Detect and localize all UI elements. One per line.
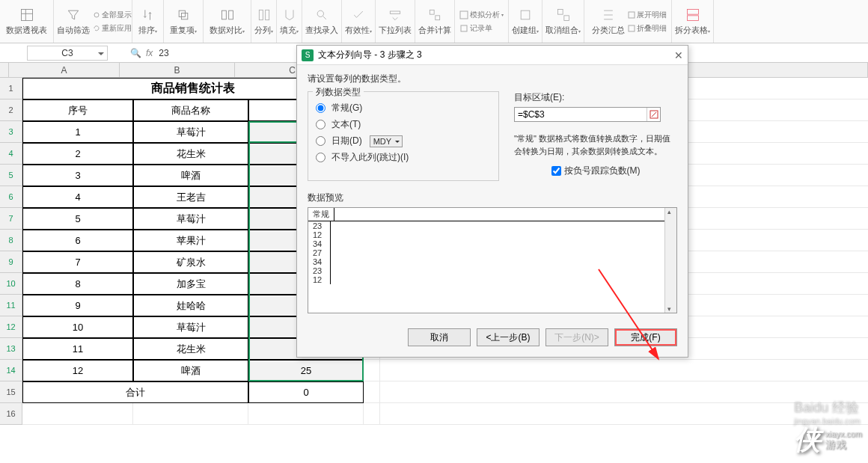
row-header[interactable]: 3	[0, 121, 22, 143]
row-header[interactable]: 14	[0, 360, 22, 381]
select-all-corner[interactable]	[0, 63, 9, 78]
ribbon-lookup[interactable]: 查找录入	[302, 0, 342, 43]
cell[interactable]	[364, 381, 380, 403]
ribbon-show-all[interactable]: 全部显示	[93, 9, 132, 21]
cell[interactable]: 草莓汁	[133, 208, 248, 230]
cell[interactable]: 6	[22, 230, 133, 251]
cell[interactable]	[133, 403, 248, 425]
cell[interactable]: 10	[22, 316, 133, 338]
cell[interactable]: 草莓汁	[133, 121, 248, 143]
ribbon-sort[interactable]: 排序▾	[132, 0, 164, 43]
cell[interactable]: 7	[22, 251, 133, 273]
cell[interactable]	[248, 403, 364, 425]
row-header[interactable]: 11	[0, 295, 22, 316]
target-input[interactable]	[515, 108, 647, 121]
cell[interactable]: 序号	[22, 99, 133, 121]
name-box[interactable]: C3	[27, 46, 108, 61]
cell[interactable]	[380, 403, 868, 425]
cell[interactable]: 1	[22, 121, 133, 143]
range-picker-icon[interactable]	[647, 108, 660, 121]
row-header[interactable]: 10	[0, 273, 22, 295]
cell[interactable]: 合计	[22, 381, 248, 403]
cell[interactable]: 啤酒	[133, 165, 248, 186]
cell[interactable]	[380, 360, 868, 381]
negative-checkbox[interactable]: 按负号跟踪负数(M)	[514, 165, 677, 177]
cell[interactable]: 草莓汁	[133, 316, 248, 338]
row-header[interactable]: 15	[0, 381, 22, 403]
finish-button[interactable]: 完成(F)	[614, 328, 677, 346]
ribbon-whatif[interactable]: 模拟分析▾	[459, 9, 504, 21]
ribbon-compare[interactable]: 数据对比▾	[204, 0, 251, 43]
cell[interactable]	[380, 381, 868, 403]
col-header[interactable]: A	[9, 63, 120, 78]
cell[interactable]: 花生米	[133, 338, 248, 360]
cell[interactable]: 花生米	[133, 143, 248, 165]
ribbon-dropdown[interactable]: 下拉列表	[376, 0, 415, 43]
search-icon[interactable]: 🔍	[130, 48, 141, 58]
ribbon-text-to-cols[interactable]: 分列▾	[251, 0, 277, 43]
ribbon-filter[interactable]: 自动筛选	[54, 0, 93, 43]
ribbon-form[interactable]: 记录单	[459, 22, 504, 34]
split-icon	[256, 7, 272, 23]
cell[interactable]: 矿泉水	[133, 251, 248, 273]
ribbon-dedup[interactable]: 重复项▾	[164, 0, 204, 43]
radio-text[interactable]: 文本(T)	[316, 118, 491, 131]
cell[interactable]: 0	[248, 381, 364, 403]
fx-button[interactable]: fx	[146, 48, 153, 58]
ribbon-reapply[interactable]: 重新应用	[93, 22, 132, 34]
ribbon-validity[interactable]: 有效性▾	[342, 0, 376, 43]
back-button[interactable]: <上一步(B)	[477, 328, 540, 346]
text-wizard-dialog: S 文本分列向导 - 3 步骤之 3 ✕ 请设置每列的数据类型。 列数据类型 常…	[296, 45, 688, 358]
row-header[interactable]: 7	[0, 208, 22, 230]
formula-input[interactable]: 23	[159, 48, 168, 58]
radio-skip[interactable]: 不导入此列(跳过)(I)	[316, 151, 491, 164]
ribbon-split-table[interactable]: 拆分表格▾	[672, 0, 714, 43]
col-header[interactable]: B	[120, 63, 235, 78]
ribbon-fill[interactable]: 填充▾	[277, 0, 302, 43]
cell[interactable]: 王老吉	[133, 186, 248, 208]
radio-date[interactable]: 日期(D)MDY	[316, 135, 491, 147]
ribbon-pivot[interactable]: 数据透视表	[0, 0, 54, 43]
cell[interactable]: 4	[22, 186, 133, 208]
row-header[interactable]: 12	[0, 316, 22, 338]
cell[interactable]	[364, 403, 380, 425]
ribbon-subtotal[interactable]: 分类汇总	[592, 25, 625, 36]
cell[interactable]: 2	[22, 143, 133, 165]
ungroup-icon	[555, 7, 572, 23]
cell[interactable]: 加多宝	[133, 273, 248, 295]
cell[interactable]: 9	[22, 295, 133, 316]
pivot-icon	[19, 7, 35, 23]
dialog-titlebar[interactable]: S 文本分列向导 - 3 步骤之 3 ✕	[297, 46, 688, 65]
row-header[interactable]: 16	[0, 403, 22, 425]
cancel-button[interactable]: 取消	[408, 328, 471, 346]
cell[interactable]: 11	[22, 338, 133, 360]
cell[interactable]: 商品名称	[133, 99, 248, 121]
cell[interactable]: 苹果汁	[133, 230, 248, 251]
row-header[interactable]: 13	[0, 338, 22, 360]
cell[interactable]: 12	[22, 360, 133, 381]
row-header[interactable]: 1	[0, 78, 22, 99]
preview-scrollbar[interactable]	[664, 208, 676, 313]
cell[interactable]: 啤酒	[133, 360, 248, 381]
cell[interactable]: 25	[248, 360, 364, 381]
row-header[interactable]: 8	[0, 230, 22, 251]
cell[interactable]: 3	[22, 165, 133, 186]
row-header[interactable]: 2	[0, 99, 22, 121]
row-header[interactable]: 5	[0, 165, 22, 186]
date-format-select[interactable]: MDY	[370, 135, 403, 147]
row-header[interactable]: 6	[0, 186, 22, 208]
cell[interactable]: 娃哈哈	[133, 295, 248, 316]
cell[interactable]	[364, 360, 380, 381]
cell[interactable]: 5	[22, 208, 133, 230]
cell[interactable]: 8	[22, 273, 133, 295]
ribbon-consolidate[interactable]: 合并计算	[415, 0, 455, 43]
radio-general[interactable]: 常规(G)	[316, 102, 491, 114]
row-header[interactable]: 4	[0, 143, 22, 165]
cell[interactable]	[22, 403, 133, 425]
close-icon[interactable]: ✕	[674, 49, 683, 61]
row-header[interactable]: 9	[0, 251, 22, 273]
ribbon-show-detail[interactable]: 展开明细	[628, 9, 667, 21]
ribbon-group[interactable]: 创建组▾	[509, 0, 542, 43]
ribbon-hide-detail[interactable]: 折叠明细	[628, 22, 667, 34]
ribbon-ungroup[interactable]: 取消组合▾	[542, 0, 584, 43]
